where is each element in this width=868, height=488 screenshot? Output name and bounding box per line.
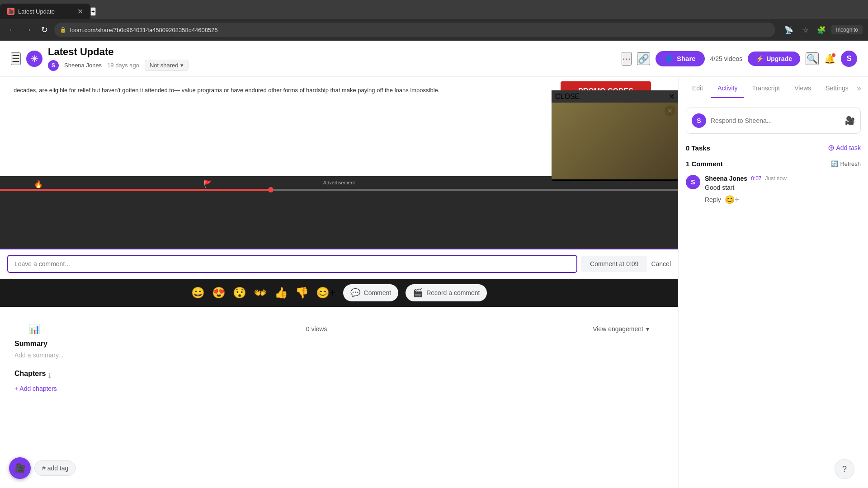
video-title-section: Latest Update S Sheena Jones 19 days ago… bbox=[48, 46, 189, 71]
comment-box-area: Comment at 0:09 Cancel bbox=[0, 249, 678, 278]
right-panel: Edit Activity Transcript Views Settings … bbox=[678, 77, 868, 488]
emoji-surprised[interactable]: 😯 bbox=[233, 286, 246, 299]
emoji-hands[interactable]: 👐 bbox=[254, 286, 267, 299]
tab-activity[interactable]: Activity bbox=[711, 79, 744, 98]
app-header: ☰ ✳ Latest Update S Sheena Jones 19 days… bbox=[0, 41, 868, 77]
url-text: loom.com/share/7b0c9640314a45809208358d4… bbox=[70, 27, 218, 33]
new-tab-button[interactable]: + bbox=[90, 7, 96, 16]
tab-expand-icon[interactable]: » bbox=[857, 84, 861, 93]
link-button[interactable]: 🔗 bbox=[637, 52, 650, 65]
video-record-button[interactable]: 🎥 bbox=[845, 116, 855, 126]
add-tag-button[interactable]: # add tag bbox=[34, 460, 76, 476]
share-label: Share bbox=[677, 55, 696, 62]
notification-button[interactable]: 🔔 bbox=[824, 53, 835, 64]
summary-placeholder[interactable]: Add a summary... bbox=[14, 352, 664, 359]
respond-avatar: S bbox=[692, 113, 706, 128]
comment-button-group[interactable]: 💬 Comment bbox=[343, 284, 399, 301]
loom-logo: ✳ bbox=[26, 51, 42, 67]
address-bar[interactable]: 🔒 loom.com/share/7b0c9640314a45809208358… bbox=[54, 23, 775, 37]
video-popup-header: CLOSE ✕ bbox=[552, 90, 678, 103]
comment-timestamp: 0:07 bbox=[751, 175, 761, 182]
refresh-label: Refresh bbox=[840, 160, 861, 167]
share-icon: 👤 bbox=[665, 55, 673, 63]
tab-settings[interactable]: Settings bbox=[819, 79, 855, 98]
tasks-label: 0 Tasks bbox=[686, 144, 710, 152]
refresh-button[interactable]: ↻ bbox=[38, 23, 51, 36]
forward-button[interactable]: → bbox=[22, 23, 34, 36]
favicon-icon: 🎥 bbox=[7, 8, 14, 15]
record-button-group[interactable]: 🎬 Record a comment bbox=[406, 284, 487, 301]
emoji-react-button[interactable]: 😊+ bbox=[725, 195, 740, 205]
add-task-button[interactable]: ⊕ Add task bbox=[828, 143, 861, 153]
bottom-bar: 🎥 # add tag bbox=[9, 457, 76, 479]
add-task-label: Add task bbox=[836, 144, 861, 151]
emoji-heart-eyes[interactable]: 😍 bbox=[212, 286, 226, 299]
browser-tab[interactable]: 🎥 Latest Update ✕ bbox=[0, 4, 90, 19]
tab-edit[interactable]: Edit bbox=[686, 79, 709, 98]
video-meta: S Sheena Jones 19 days ago Not shared ▾ bbox=[48, 60, 189, 71]
help-button[interactable]: ? bbox=[835, 459, 854, 479]
refresh-button[interactable]: 🔄 Refresh bbox=[831, 160, 861, 167]
upgrade-button[interactable]: ⚡ Upgrade bbox=[748, 52, 800, 66]
record-label: Record a comment bbox=[426, 289, 480, 296]
loom-icon: 🎥 bbox=[14, 463, 26, 474]
views-count: 0 views bbox=[306, 325, 327, 333]
more-options-button[interactable]: ··· bbox=[622, 52, 632, 66]
comment-item: S Sheena Jones 0:07 Just now Good start … bbox=[686, 175, 861, 205]
search-button[interactable]: 🔍 bbox=[806, 52, 819, 65]
progress-thumb bbox=[268, 187, 274, 192]
comments-label: 1 Comment bbox=[686, 160, 723, 168]
video-preview[interactable]: decades, are eligible for relief but hav… bbox=[0, 77, 678, 249]
popup-close-icon[interactable]: ✕ bbox=[669, 92, 675, 101]
tab-views[interactable]: Views bbox=[788, 79, 817, 98]
share-button[interactable]: 👤 Share bbox=[656, 51, 705, 66]
video-record-icon: 🎬 bbox=[413, 288, 423, 298]
respond-input-row: S 🎥 bbox=[686, 108, 861, 134]
chapters-section: Chapters ℹ + Add chapters bbox=[14, 370, 664, 392]
respond-input[interactable] bbox=[711, 117, 840, 124]
star-icon[interactable]: ☆ bbox=[799, 23, 811, 36]
video-popup: CLOSE ✕ ✕ bbox=[552, 90, 678, 181]
emoji-thumbs-down[interactable]: 👎 bbox=[295, 286, 309, 299]
video-section: decades, are eligible for relief but hav… bbox=[0, 77, 678, 488]
comment-at-button[interactable]: Comment at 0:09 bbox=[581, 256, 647, 272]
not-shared-button[interactable]: Not shared ▾ bbox=[145, 60, 189, 71]
author-name: Sheena Jones bbox=[64, 62, 102, 69]
fire-marker: 🔥 bbox=[34, 180, 43, 188]
notification-dot bbox=[832, 53, 835, 57]
comments-row: 1 Comment 🔄 Refresh bbox=[686, 160, 861, 168]
emoji-thumbs-up[interactable]: 👍 bbox=[274, 286, 288, 299]
not-shared-label: Not shared bbox=[150, 62, 179, 69]
tab-title: Latest Update bbox=[18, 8, 55, 15]
user-avatar[interactable]: S bbox=[841, 51, 857, 67]
emoji-add[interactable]: 😊+ bbox=[316, 286, 336, 299]
comment-cancel-button[interactable]: Cancel bbox=[651, 260, 671, 267]
back-button[interactable]: ← bbox=[5, 23, 18, 36]
reply-button[interactable]: Reply bbox=[705, 196, 721, 203]
emoji-bar: 😄 😍 😯 👐 👍 👎 😊+ 💬 Comment 🎬 Record a comm… bbox=[0, 278, 678, 307]
progress-bar[interactable]: 🔥 🚩 bbox=[0, 189, 678, 191]
loom-record-button[interactable]: 🎥 bbox=[9, 457, 31, 479]
page-content: 📊 0 views View engagement ▾ Summary Add … bbox=[0, 307, 678, 414]
add-chapters-button[interactable]: + Add chapters bbox=[14, 385, 664, 392]
comment-input[interactable] bbox=[7, 255, 577, 273]
close-label: CLOSE bbox=[555, 93, 580, 101]
comment-body: Sheena Jones 0:07 Just now Good start Re… bbox=[705, 175, 861, 205]
plus-icon: ⊕ bbox=[828, 143, 835, 153]
chapters-title: Chapters bbox=[14, 370, 46, 378]
comment-time-ago: Just now bbox=[765, 175, 787, 182]
cast-icon[interactable]: 📡 bbox=[783, 23, 795, 36]
view-engagement-button[interactable]: View engagement ▾ bbox=[593, 325, 649, 333]
time-ago: 19 days ago bbox=[107, 62, 139, 69]
stats-bar: 📊 0 views View engagement ▾ bbox=[14, 318, 664, 340]
hamburger-button[interactable]: ☰ bbox=[11, 52, 21, 65]
lightning-icon: ⚡ bbox=[756, 55, 764, 62]
video-popup-content[interactable]: ✕ bbox=[552, 103, 678, 179]
extension-icon[interactable]: 🧩 bbox=[815, 23, 828, 36]
info-icon[interactable]: ℹ bbox=[48, 372, 51, 379]
video-title: Latest Update bbox=[48, 46, 189, 58]
bar-chart-icon: 📊 bbox=[29, 324, 40, 334]
tab-transcript[interactable]: Transcript bbox=[745, 79, 786, 98]
close-tab-icon[interactable]: ✕ bbox=[77, 7, 83, 16]
emoji-grin[interactable]: 😄 bbox=[191, 286, 205, 299]
